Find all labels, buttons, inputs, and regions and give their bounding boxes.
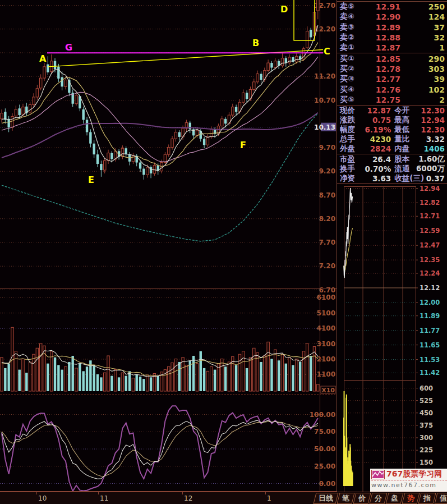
annotation-letter-D: D <box>280 4 288 15</box>
quote-cell: 股本1.60亿 <box>394 154 445 164</box>
ask-quantity: 37 <box>400 23 445 32</box>
intraday-chart[interactable]: 12.9412.8212.7112.5912.4712.3512.2412.12… <box>337 185 447 492</box>
quote-cell: 内盘1406 <box>394 144 445 154</box>
tab-分[interactable]: 分 <box>370 493 388 504</box>
stock-trading-terminal: 12.7012.2011.2010.7010.139.709.208.708.2… <box>0 0 447 504</box>
ask-price: 12.87 <box>366 43 400 52</box>
bid-row[interactable]: 买④12.76102 <box>337 84 447 94</box>
quote-value: 3.63 <box>372 174 391 183</box>
svg-text:12.94: 12.94 <box>420 185 440 193</box>
month-tick <box>98 492 99 494</box>
svg-text:9.20: 9.20 <box>319 167 335 175</box>
svg-text:11.42: 11.42 <box>420 369 440 377</box>
tab-label: 日线 <box>319 493 333 503</box>
tab-势[interactable]: 势 <box>402 493 420 504</box>
bid-quantity: 303 <box>400 65 445 74</box>
quote-cell: 涨跌0.75 <box>340 115 394 125</box>
daily-candlestick-chart[interactable]: 12.7012.2011.2010.7010.139.709.208.708.2… <box>0 0 337 492</box>
gridlines: 12.7012.2011.2010.7010.139.709.208.708.2… <box>0 2 336 488</box>
svg-text:12.59: 12.59 <box>420 227 440 235</box>
ask-row[interactable]: 卖③12.8937 <box>337 22 447 33</box>
quote-cell: 最低12.30 <box>394 125 445 135</box>
bid-level-label: 买③ <box>340 74 366 84</box>
quote-label: 收益(三) <box>394 173 424 184</box>
bid-row[interactable]: 买③12.7739 <box>337 74 447 84</box>
svg-text:11.89: 11.89 <box>420 312 440 320</box>
tab-日线[interactable]: 日线 <box>314 493 339 504</box>
kdj-indicator <box>2 406 318 491</box>
quote-label: 内盘 <box>394 144 409 154</box>
tab-label: 指 <box>423 493 431 503</box>
svg-text:12.35: 12.35 <box>420 256 440 264</box>
svg-text:1100: 1100 <box>317 370 335 378</box>
svg-text:5100: 5100 <box>317 309 335 317</box>
bid-price: 12.78 <box>366 65 400 74</box>
tab-label: 笔 <box>342 493 349 503</box>
ask-row[interactable]: 卖①12.871 <box>337 43 447 53</box>
quote-value: 12.30 <box>421 125 445 134</box>
quote-label: 外盘 <box>340 144 355 154</box>
quote-label: 股本 <box>394 154 409 164</box>
quote-row: 总手4230量比3.32 <box>337 135 447 144</box>
quote-label: 最低 <box>394 125 409 135</box>
svg-text:6.70: 6.70 <box>319 286 335 294</box>
volume-moving-averages <box>2 350 318 377</box>
svg-text:8.20: 8.20 <box>319 215 335 223</box>
svg-text:600: 600 <box>420 384 433 392</box>
watermark-logo-icon <box>371 470 385 479</box>
svg-text:8.70: 8.70 <box>319 191 335 199</box>
quote-cell: 最高12.94 <box>394 115 445 125</box>
quote-row: 涨跌0.75最高12.94 <box>337 115 447 125</box>
bid-level-label: 买④ <box>340 85 366 95</box>
ask-level-label: 卖① <box>340 43 366 53</box>
quote-label: 流通 <box>394 164 409 174</box>
quote-label: 最高 <box>394 115 409 125</box>
bid-quantity: 102 <box>400 85 445 94</box>
ask-row[interactable]: 卖⑤12.91250 <box>337 2 447 12</box>
ask-quantity: 32 <box>400 33 445 42</box>
annotation-letter-A: A <box>39 53 47 64</box>
svg-text:7.20: 7.20 <box>319 262 335 270</box>
svg-text:0.00: 0.00 <box>319 480 335 488</box>
quote-value: 0.70% <box>365 164 391 173</box>
quote-value: 4230 <box>370 135 391 144</box>
svg-text:10.70: 10.70 <box>314 97 335 104</box>
quote-value: 6.19% <box>365 125 391 134</box>
svg-text:150: 150 <box>420 459 433 466</box>
tab-笔[interactable]: 笔 <box>337 493 355 504</box>
tab-价[interactable]: 价 <box>353 493 371 504</box>
tab-盘[interactable]: 盘 <box>386 493 404 504</box>
bid-row[interactable]: 买②12.78303 <box>337 64 447 74</box>
svg-text:100.00: 100.00 <box>310 411 335 419</box>
quote-row: 现价12.87今开12.30 <box>337 106 447 115</box>
svg-text:6100: 6100 <box>317 294 335 301</box>
svg-text:300: 300 <box>420 434 433 442</box>
tab-label: 势 <box>407 493 414 503</box>
quote-value: 12.94 <box>421 116 445 125</box>
tab-label: 值 <box>440 493 447 503</box>
tab-指[interactable]: 指 <box>418 493 436 504</box>
quote-value: 26.4 <box>372 155 391 164</box>
svg-text:12.12: 12.12 <box>420 284 440 292</box>
bid-row[interactable]: 买①12.85290 <box>337 53 447 63</box>
month-label: 1 <box>267 494 271 502</box>
quote-row: 外盘2824内盘1406 <box>337 144 447 154</box>
bid-row[interactable]: 买⑤12.752 <box>337 95 447 105</box>
ask-row[interactable]: 卖④12.90124 <box>337 12 447 22</box>
svg-text:12.47: 12.47 <box>420 241 440 249</box>
quote-value: 1.60亿 <box>418 154 445 164</box>
month-label: 10 <box>38 494 47 502</box>
svg-text:X10: X10 <box>321 387 335 394</box>
ask-row[interactable]: 卖②12.8832 <box>337 33 447 43</box>
annotation-letter-B: B <box>252 38 259 48</box>
quote-label: 换手 <box>340 164 355 174</box>
annotation-letter-E: E <box>88 175 94 185</box>
quote-cell: 幅度6.19% <box>340 125 394 135</box>
watermark-title: 767股票学习网 <box>386 469 442 479</box>
tab-值[interactable]: 值 <box>435 493 447 504</box>
quote-cell: 量比3.32 <box>394 134 445 144</box>
quote-value: 2824 <box>370 144 391 153</box>
quote-cell: 收益(三)0.37 <box>394 173 445 184</box>
ask-quantity: 1 <box>400 43 445 52</box>
annotation-letter-G: G <box>65 42 72 53</box>
